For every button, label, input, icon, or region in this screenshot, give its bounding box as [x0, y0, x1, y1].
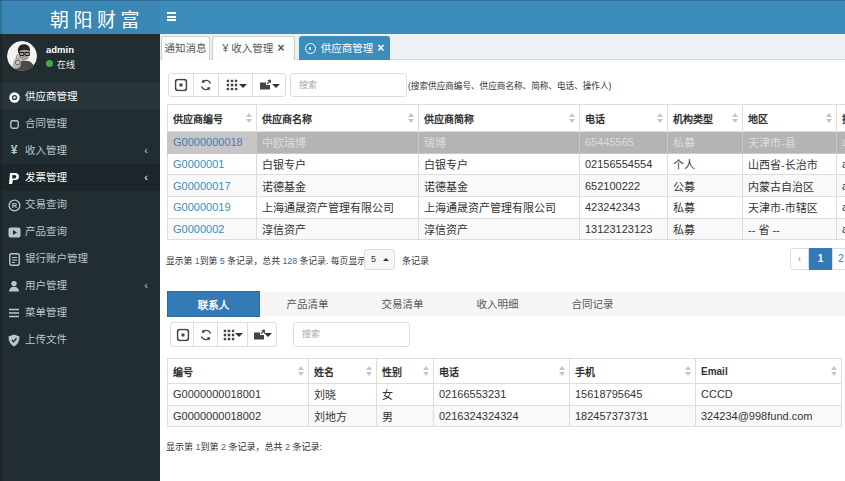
- svg-text:R: R: [11, 201, 17, 210]
